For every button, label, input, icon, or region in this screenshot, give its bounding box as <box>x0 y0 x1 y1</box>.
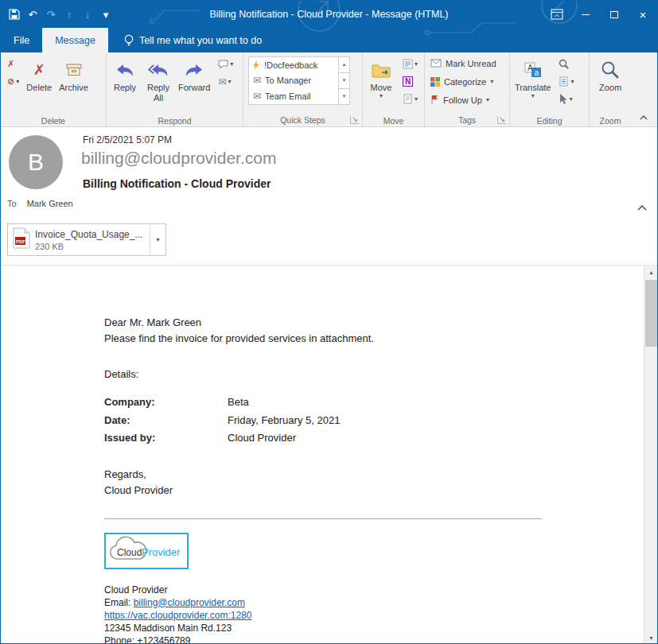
window-chrome: ↶ ↷ ↑ ↓ ▾ Billing Notification - Cloud P… <box>1 1 657 52</box>
cloud-provider-logo: Cloud Provider <box>104 533 189 569</box>
next-item-icon[interactable]: ↓ <box>80 6 95 23</box>
chevron-up-icon <box>637 204 648 211</box>
recipient-name[interactable]: Mark Green <box>27 199 73 208</box>
footer-phone: Phone: +123456789 <box>104 634 644 644</box>
chevron-up-icon <box>639 114 648 121</box>
recipient-line: ToMark Green <box>7 199 73 208</box>
ignore-button[interactable]: ✗ <box>6 56 21 72</box>
customize-qat-icon[interactable]: ▾ <box>98 6 114 23</box>
details-table: Company:Beta Date:Friday, February 5, 20… <box>104 394 644 448</box>
onenote-button[interactable]: N <box>401 74 419 89</box>
close-button[interactable]: × <box>629 3 657 25</box>
quick-step-label: !Docfeedback <box>264 60 317 70</box>
detail-row-company: Company:Beta <box>104 394 644 412</box>
select-dropdown-icon: ▾ <box>569 96 572 103</box>
lightning-icon <box>253 60 260 70</box>
collapse-header-button[interactable] <box>637 200 648 215</box>
quick-steps-scroll-up[interactable]: ▴ <box>339 57 349 72</box>
logo-word-cloud: Cloud <box>117 547 142 558</box>
more-respond-dropdown-icon: ▾ <box>228 79 231 85</box>
move-button[interactable]: Move ▾ <box>364 54 398 114</box>
quick-step-docfeedback[interactable]: !Docfeedback <box>249 57 338 73</box>
translate-dropdown-icon: ▾ <box>531 93 535 99</box>
zoom-button[interactable]: Zoom <box>594 54 627 114</box>
scroll-down-arrow[interactable]: ▾ <box>644 631 657 644</box>
attachment-card[interactable]: PDF Invoice_Quota_Usage_... 230 KB ▾ <box>7 223 166 256</box>
footer-company: Cloud Provider <box>104 584 644 596</box>
forward-button[interactable]: Forward <box>175 54 213 114</box>
collapse-ribbon-button[interactable] <box>637 112 651 123</box>
regards-line: Regards, <box>104 467 644 483</box>
delete-button[interactable]: ✗ Delete <box>22 54 56 114</box>
rules-icon <box>403 59 413 69</box>
mark-unread-label: Mark Unread <box>446 59 496 68</box>
related-button[interactable]: ▾ <box>557 74 575 89</box>
categorize-button[interactable]: Categorize ▾ <box>426 72 508 91</box>
reply-button[interactable]: Reply <box>108 54 142 114</box>
ribbon-display-options-button[interactable] <box>543 3 571 25</box>
find-button[interactable] <box>557 56 575 72</box>
reply-all-label: Reply All <box>145 83 172 103</box>
attachment-dropdown-button[interactable]: ▾ <box>150 224 165 255</box>
email-content: Dear Mr. Mark Green Please find the invo… <box>1 266 644 644</box>
minimize-button[interactable] <box>571 3 600 25</box>
footer-email-link[interactable]: billing@cloudprovider.com <box>134 597 245 608</box>
forward-icon <box>185 57 204 83</box>
categorize-icon <box>430 77 440 87</box>
window-controls: × <box>543 3 657 25</box>
pdf-icon: PDF <box>8 227 35 252</box>
junk-button[interactable]: ⊘▾ <box>6 74 21 89</box>
intro-line: Please find the invoice for provided ser… <box>104 331 644 347</box>
categorize-label: Categorize <box>444 77 486 87</box>
tab-message[interactable]: Message <box>42 28 108 52</box>
group-label-tags: Tags <box>458 115 476 125</box>
message-date: Fri 2/5/2021 5:07 PM <box>83 134 172 145</box>
save-icon[interactable] <box>6 6 22 23</box>
quick-step-team-email[interactable]: ✉ Team Email <box>249 88 338 104</box>
quick-steps-scroll-down[interactable]: ▾ <box>339 72 349 88</box>
scroll-up-arrow[interactable]: ▴ <box>644 266 657 279</box>
tellme-box[interactable]: Tell me what you want to do <box>118 28 268 52</box>
maximize-button[interactable] <box>600 3 629 25</box>
group-label-move: Move <box>384 116 404 126</box>
actions-button[interactable]: ▾ <box>401 91 419 107</box>
translate-icon: Aa <box>524 57 542 83</box>
previous-item-icon[interactable]: ↑ <box>61 6 77 23</box>
undo-icon[interactable]: ↶ <box>25 6 41 23</box>
vertical-scrollbar[interactable]: ▴ ▾ <box>644 266 657 644</box>
scrollbar-thumb[interactable] <box>645 280 657 347</box>
maximize-icon <box>610 11 618 18</box>
logo-word-provider: Provider <box>142 546 181 558</box>
archive-button[interactable]: Archive <box>56 54 91 114</box>
mark-unread-button[interactable]: Mark Unread <box>426 54 508 72</box>
sender-address[interactable]: billing@cloudprovider.com <box>81 149 276 168</box>
junk-icon: ⊘ <box>7 76 14 87</box>
archive-icon <box>65 57 83 83</box>
tab-file[interactable]: File <box>1 28 42 52</box>
quicksteps-dialog-launcher[interactable]: ↘ <box>350 116 359 124</box>
select-button[interactable]: ▾ <box>557 91 575 107</box>
tags-dialog-launcher[interactable]: ↘ <box>497 116 506 124</box>
ribbon-group-respond: Reply Reply All Forward <box>107 52 243 126</box>
footer-url-link[interactable]: https://vac.cloudprovider.com:1280 <box>104 610 251 621</box>
more-respond-button[interactable]: ✉ ▾ <box>216 74 235 89</box>
message-subject: Billing Notification - Cloud Provider <box>83 177 271 190</box>
reply-all-button[interactable]: Reply All <box>142 54 175 114</box>
footer-email-label: Email: <box>104 597 134 608</box>
sender-avatar[interactable]: B <box>9 135 63 189</box>
follow-up-button[interactable]: Follow Up ▾ <box>426 91 508 109</box>
redo-icon[interactable]: ↷ <box>43 6 59 23</box>
junk-dropdown-icon: ▾ <box>16 79 19 85</box>
reply-label: Reply <box>114 83 136 93</box>
svg-text:a: a <box>534 68 539 77</box>
onenote-icon: N <box>403 76 413 87</box>
quick-steps-more[interactable]: ▾ <box>339 88 349 104</box>
follow-up-flag-icon <box>430 95 439 105</box>
more-respond-icon: ✉ <box>218 76 226 87</box>
detail-label: Issued by: <box>104 429 228 448</box>
forward-label: Forward <box>178 83 210 93</box>
im-button[interactable]: ▾ <box>216 56 235 72</box>
rules-button[interactable]: ▾ <box>401 56 419 72</box>
quick-step-to-manager[interactable]: ✉ To Manager <box>249 73 338 89</box>
translate-button[interactable]: Aa Translate ▾ <box>512 54 554 114</box>
